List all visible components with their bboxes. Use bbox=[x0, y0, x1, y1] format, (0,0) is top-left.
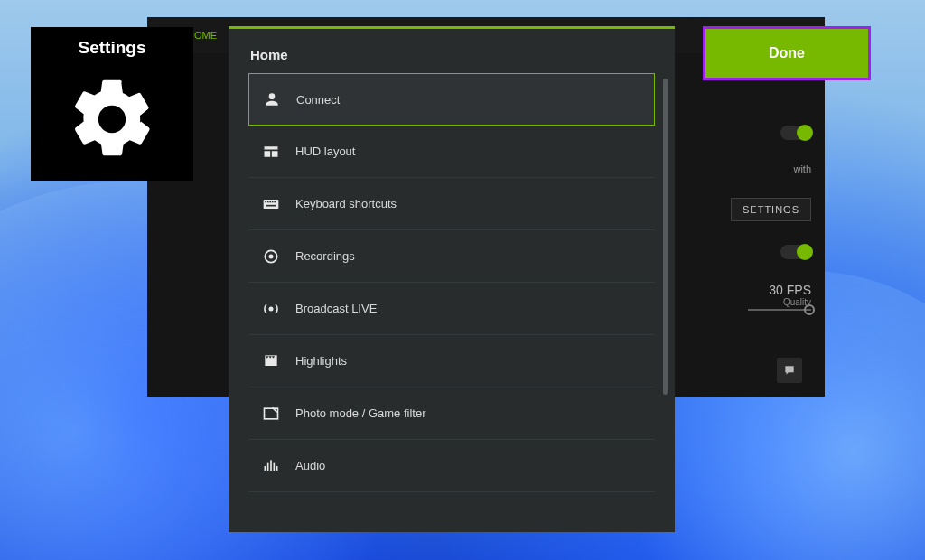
person-icon bbox=[262, 90, 282, 108]
gfe-right-column: with SETTINGS 30 FPS Quality bbox=[667, 126, 811, 311]
panel-item-broadcast-live[interactable]: Broadcast LIVE bbox=[248, 283, 655, 335]
panel-item-label: Recordings bbox=[295, 249, 355, 263]
done-button-highlight: Done bbox=[703, 26, 871, 80]
svg-rect-11 bbox=[265, 466, 266, 471]
svg-rect-6 bbox=[266, 204, 276, 206]
photo-icon bbox=[261, 405, 281, 423]
panel-scroll-area: Connect HUD layout Keyboard shortcuts Re… bbox=[229, 73, 675, 532]
panel-item-audio[interactable]: Audio bbox=[248, 440, 655, 492]
svg-rect-13 bbox=[270, 460, 272, 471]
panel-item-label: Highlights bbox=[295, 354, 347, 368]
panel-item-label: HUD layout bbox=[295, 145, 355, 158]
panel-item-highlights[interactable]: Highlights bbox=[248, 335, 655, 387]
svg-rect-3 bbox=[269, 201, 271, 202]
done-button[interactable]: Done bbox=[705, 29, 868, 78]
layout-icon bbox=[261, 143, 281, 161]
panel-item-recordings[interactable]: Recordings bbox=[248, 230, 655, 283]
gauge-icon bbox=[804, 304, 815, 315]
panel-item-label: Broadcast LIVE bbox=[295, 302, 377, 315]
svg-rect-4 bbox=[272, 201, 274, 202]
settings-callout-card: Settings bbox=[31, 27, 193, 181]
toggle-knob bbox=[797, 244, 813, 260]
overlay-settings-panel: Home Connect HUD layout Keyboard shortcu… bbox=[229, 26, 675, 532]
panel-item-label: Photo mode / Game filter bbox=[295, 406, 426, 420]
panel-title: Home bbox=[229, 29, 675, 73]
toggle-knob bbox=[797, 125, 813, 141]
svg-rect-5 bbox=[274, 201, 276, 202]
svg-point-9 bbox=[269, 306, 274, 311]
settings-callout-label: Settings bbox=[79, 38, 146, 58]
panel-item-label: Audio bbox=[295, 459, 325, 472]
toggle-switch[interactable] bbox=[780, 126, 811, 140]
toggle-switch[interactable] bbox=[780, 245, 811, 259]
with-label: with bbox=[667, 163, 811, 174]
recordings-icon bbox=[261, 247, 281, 266]
panel-item-keyboard-shortcuts[interactable]: Keyboard shortcuts bbox=[248, 178, 655, 230]
broadcast-icon bbox=[261, 300, 281, 318]
svg-point-8 bbox=[269, 254, 274, 258]
panel-item-photo-mode[interactable]: Photo mode / Game filter bbox=[248, 387, 655, 440]
panel-scrollbar[interactable] bbox=[663, 79, 668, 395]
svg-rect-15 bbox=[276, 466, 278, 471]
panel-item-hud-layout[interactable]: HUD layout bbox=[248, 126, 655, 178]
feedback-button[interactable] bbox=[777, 358, 802, 383]
svg-rect-2 bbox=[267, 201, 269, 202]
panel-item-label: Keyboard shortcuts bbox=[295, 197, 397, 210]
settings-button[interactable]: SETTINGS bbox=[731, 198, 811, 221]
svg-rect-0 bbox=[264, 200, 279, 209]
panel-item-connect[interactable]: Connect bbox=[248, 73, 655, 126]
quality-slider[interactable] bbox=[748, 309, 811, 311]
keyboard-icon bbox=[261, 195, 281, 213]
quality-label: Quality bbox=[667, 297, 811, 307]
gear-icon bbox=[65, 58, 159, 170]
audio-icon bbox=[261, 457, 281, 475]
svg-rect-1 bbox=[265, 201, 266, 202]
panel-item-label: Connect bbox=[296, 93, 340, 107]
svg-rect-14 bbox=[274, 462, 276, 470]
highlights-icon bbox=[261, 352, 281, 370]
fps-value: 30 FPS bbox=[667, 283, 811, 297]
svg-rect-12 bbox=[267, 462, 269, 470]
